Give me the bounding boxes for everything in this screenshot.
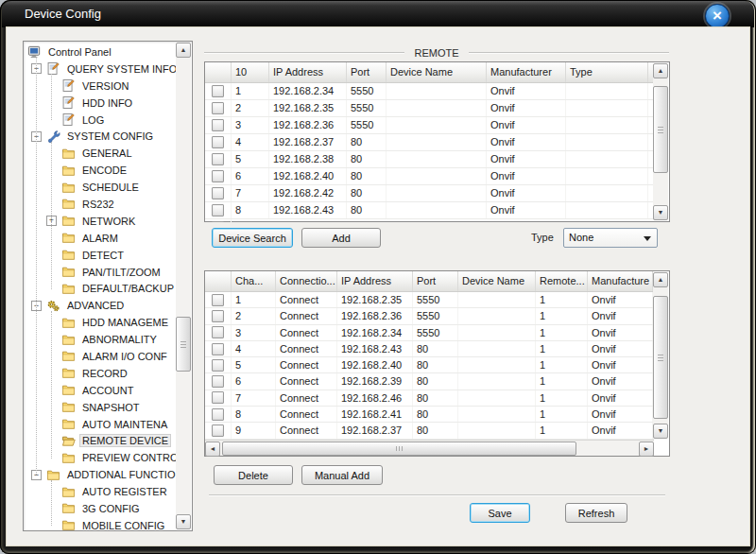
scroll-up-button[interactable]: ▲ xyxy=(176,43,191,58)
tree-item-control-panel[interactable]: Control Panel xyxy=(24,43,176,61)
column-header-ip-address[interactable]: IP Address xyxy=(269,62,347,82)
column-header-port[interactable]: Port xyxy=(347,62,387,82)
row-checkbox[interactable] xyxy=(212,136,224,148)
tree-item-log[interactable]: LOG xyxy=(24,112,176,129)
table-row[interactable]: 7192.168.2.4280Onvif xyxy=(205,185,654,202)
tree-item-system-config[interactable]: −SYSTEM CONFIG xyxy=(24,128,176,145)
scroll-down-button[interactable]: ▼ xyxy=(176,514,191,529)
tree-item-alarm[interactable]: ALARM xyxy=(24,230,176,247)
scroll-down-button[interactable]: ▼ xyxy=(653,424,668,439)
row-checkbox[interactable] xyxy=(212,170,224,182)
tree-item-encode[interactable]: ENCODE xyxy=(24,162,176,179)
tree-item-remote-device[interactable]: REMOTE DEVICE xyxy=(24,432,176,449)
tree-item-auto-register[interactable]: AUTO REGISTER xyxy=(24,483,176,500)
tree-item-alarm-i-o-conf[interactable]: ALARM I/O CONF xyxy=(24,348,176,365)
table-row[interactable]: 7Connect192.168.2.46801Onvif xyxy=(205,390,654,407)
tree-item-account[interactable]: ACCOUNT xyxy=(24,382,176,399)
device-search-button[interactable]: Device Search xyxy=(212,228,293,248)
tree-item-mobile-config[interactable]: MOBILE CONFIG xyxy=(24,517,176,530)
checkbox-column-header[interactable] xyxy=(205,62,232,82)
tree-item-general[interactable]: GENERAL xyxy=(24,145,176,162)
tree-item-3g-config[interactable]: 3G CONFIG xyxy=(24,500,176,517)
tree-item-rs232[interactable]: RS232 xyxy=(24,196,176,213)
scrollbar-thumb[interactable] xyxy=(176,317,191,372)
column-header-remote[interactable]: Remote... xyxy=(536,271,588,291)
row-checkbox[interactable] xyxy=(212,310,224,322)
row-checkbox[interactable] xyxy=(212,102,224,114)
tree-item-snapshot[interactable]: SNAPSHOT xyxy=(24,399,176,416)
manual-add-button[interactable]: Manual Add xyxy=(301,465,383,485)
tree-scrollbar[interactable]: ▲ ▼ xyxy=(176,43,191,529)
table-row[interactable]: 3192.168.2.365550Onvif xyxy=(205,117,654,134)
scrollbar-thumb[interactable] xyxy=(653,296,668,419)
tree-item-pan-tilt-zoom[interactable]: PAN/TILT/ZOOM xyxy=(24,264,176,281)
tree-item-hdd-manageme[interactable]: HDD MANAGEME xyxy=(24,314,176,331)
table-row[interactable]: 8192.168.2.4380Onvif xyxy=(205,202,654,219)
tree-item-default-backup[interactable]: DEFAULT/BACKUP xyxy=(24,280,176,297)
scrollbar-thumb[interactable] xyxy=(222,441,576,456)
column-header-ip-address[interactable]: IP Address xyxy=(337,271,413,291)
title-bar[interactable]: Device Config × xyxy=(2,1,754,27)
table-row[interactable]: 5Connect192.168.2.40801Onvif xyxy=(205,357,654,373)
scroll-down-button[interactable]: ▼ xyxy=(653,205,668,220)
row-checkbox[interactable] xyxy=(212,294,224,306)
tree-item-schedule[interactable]: SCHEDULE xyxy=(24,179,176,196)
delete-button[interactable]: Delete xyxy=(214,465,293,485)
tree-item-network[interactable]: +NETWORK xyxy=(24,213,176,230)
tree-item-addtional-functio[interactable]: −ADDTIONAL FUNCTIO xyxy=(24,466,176,483)
tree-item-record[interactable]: RECORD xyxy=(24,365,176,382)
table-row[interactable]: 2192.168.2.355550Onvif xyxy=(205,100,654,117)
table-row[interactable]: 4Connect192.168.2.43801Onvif xyxy=(205,341,654,357)
table-row[interactable]: 9Connect192.168.2.37801Onvif xyxy=(205,423,654,439)
row-checkbox[interactable] xyxy=(212,326,224,338)
tree-item-query-system-info[interactable]: −QUERY SYSTEM INFO xyxy=(24,61,176,78)
row-checkbox[interactable] xyxy=(212,85,224,97)
table-row[interactable]: 1192.168.2.345550Onvif xyxy=(205,83,654,100)
column-header-connectio[interactable]: Connectio... xyxy=(276,271,337,291)
scroll-left-button[interactable]: ◄ xyxy=(205,441,220,457)
row-checkbox[interactable] xyxy=(212,119,224,131)
table-row[interactable]: 3Connect192.168.2.3455501Onvif xyxy=(205,325,654,341)
column-header-manufacture[interactable]: Manufacture xyxy=(588,271,653,291)
tree-item-abnormality[interactable]: ABNORMALITY xyxy=(24,331,176,348)
table-row[interactable]: 5192.168.2.3880Onvif xyxy=(205,151,654,168)
checkbox-column-header[interactable] xyxy=(205,271,232,291)
row-checkbox[interactable] xyxy=(212,424,224,437)
device-table-scrollbar[interactable]: ▲ ▼ xyxy=(653,272,668,439)
row-checkbox[interactable] xyxy=(212,187,224,199)
table-row[interactable]: 1Connect192.168.2.3555501Onvif xyxy=(205,292,654,308)
table-row[interactable]: 6Connect192.168.2.39801Onvif xyxy=(205,373,654,390)
column-header-10[interactable]: 10 xyxy=(232,62,269,82)
table-row[interactable]: 4192.168.2.3780Onvif xyxy=(205,134,654,151)
column-header-port[interactable]: Port xyxy=(413,271,458,291)
close-button[interactable]: × xyxy=(705,4,730,28)
row-checkbox[interactable] xyxy=(212,343,224,355)
scroll-up-button[interactable]: ▲ xyxy=(653,63,668,78)
search-table-scrollbar[interactable]: ▲ ▼ xyxy=(653,63,668,220)
scrollbar-thumb[interactable] xyxy=(653,86,668,173)
tree-item-auto-maintena[interactable]: AUTO MAINTENA xyxy=(24,416,176,433)
save-button[interactable]: Save xyxy=(470,503,530,523)
add-button[interactable]: Add xyxy=(301,228,381,248)
tree-item-hdd-info[interactable]: HDD INFO xyxy=(24,95,176,112)
column-header-type[interactable]: Type xyxy=(566,62,648,82)
refresh-button[interactable]: Refresh xyxy=(565,503,627,523)
column-header-cha[interactable]: Cha... xyxy=(232,271,276,291)
row-checkbox[interactable] xyxy=(212,204,224,216)
tree-item-preview-contro[interactable]: PREVIEW CONTRO xyxy=(24,449,176,466)
tree-item-detect[interactable]: DETECT xyxy=(24,247,176,264)
row-checkbox[interactable] xyxy=(212,375,224,388)
scroll-right-button[interactable]: ► xyxy=(639,441,654,457)
horizontal-scrollbar[interactable]: ◄ ► xyxy=(205,440,654,456)
type-dropdown[interactable]: None xyxy=(563,228,658,248)
column-header-manufacturer[interactable]: Manufacturer xyxy=(487,62,566,82)
row-checkbox[interactable] xyxy=(212,391,224,404)
row-checkbox[interactable] xyxy=(212,408,224,421)
row-checkbox[interactable] xyxy=(212,153,224,165)
table-row[interactable]: 2Connect192.168.2.3655501Onvif xyxy=(205,308,654,324)
tree-item-advanced[interactable]: −ADVANCED xyxy=(24,297,176,314)
scroll-up-button[interactable]: ▲ xyxy=(653,272,668,287)
table-row[interactable]: 6192.168.2.4080Onvif xyxy=(205,168,654,185)
row-checkbox[interactable] xyxy=(212,359,224,372)
column-header-device-name[interactable]: Device Name xyxy=(458,271,536,291)
